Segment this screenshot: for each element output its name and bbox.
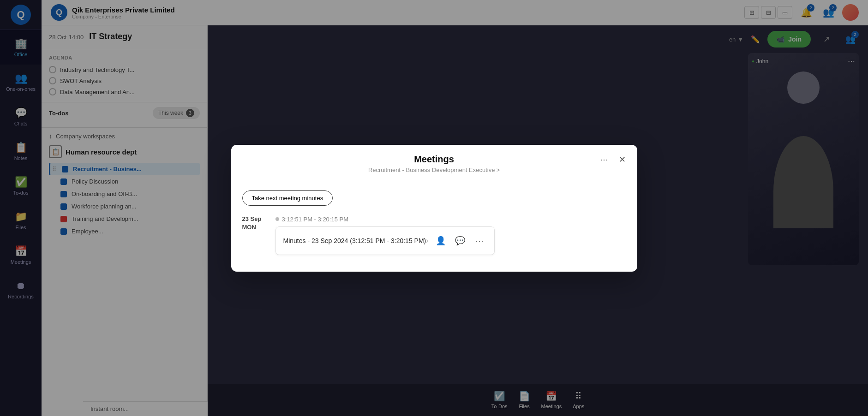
meetings-modal: Meetings Recruitment - Business Developm… xyxy=(231,145,637,272)
modal-title: Meetings xyxy=(242,154,626,165)
modal-subtitle: Recruitment - Business Development Execu… xyxy=(242,166,626,173)
minutes-label: Minutes - 23 Sep 2024 (3:12:51 PM - 3:20… xyxy=(283,237,426,244)
minutes-more-button[interactable]: ⋯ xyxy=(472,233,487,248)
modal-body: Take next meeting minutes 23 Sep MON 3:1… xyxy=(231,181,637,272)
minutes-chat-button[interactable]: 💬 xyxy=(453,233,467,248)
minutes-chevron: › xyxy=(426,237,428,245)
modal-subtitle-text: Recruitment - Business Development Execu… xyxy=(368,166,495,173)
session-time-row: 3:12:51 PM - 3:20:15 PM xyxy=(275,216,495,223)
minutes-participants-button[interactable]: 👤 xyxy=(433,233,448,248)
session-day: MON xyxy=(242,223,270,232)
session-time-block: 3:12:51 PM - 3:20:15 PM Minutes - 23 Sep… xyxy=(275,215,495,255)
time-dot xyxy=(275,217,279,221)
modal-overlay[interactable]: Meetings Recruitment - Business Developm… xyxy=(0,0,868,416)
modal-subtitle-chevron: > xyxy=(497,167,500,173)
session-date-row: 23 Sep MON 3:12:51 PM - 3:20:15 PM Minut… xyxy=(242,215,626,255)
minutes-actions: › 👤 💬 ⋯ xyxy=(426,233,486,248)
minutes-card[interactable]: Minutes - 23 Sep 2024 (3:12:51 PM - 3:20… xyxy=(275,226,495,255)
modal-close-button[interactable]: ✕ xyxy=(615,152,630,167)
modal-header: Meetings Recruitment - Business Developm… xyxy=(231,145,637,181)
modal-more-button[interactable]: ⋯ xyxy=(597,152,611,167)
take-minutes-button[interactable]: Take next meeting minutes xyxy=(242,190,333,206)
session-date-block: 23 Sep MON xyxy=(242,215,270,232)
session-time-text: 3:12:51 PM - 3:20:15 PM xyxy=(282,216,349,223)
modal-actions: ⋯ ✕ xyxy=(597,152,630,167)
session-date: 23 Sep xyxy=(242,215,270,223)
